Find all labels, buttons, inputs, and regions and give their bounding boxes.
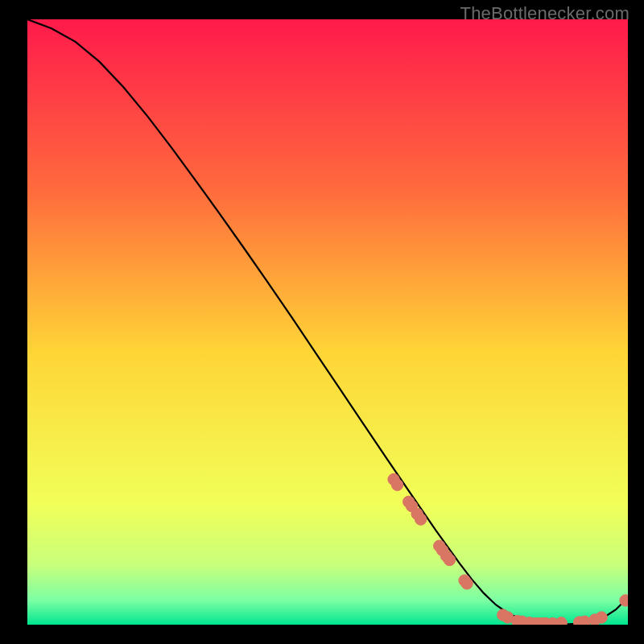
data-marker	[444, 554, 455, 565]
data-marker	[555, 617, 567, 625]
chart-svg	[27, 19, 628, 625]
plot-area	[27, 19, 628, 625]
chart-stage: TheBottlenecker.com	[0, 0, 644, 644]
data-marker	[620, 595, 628, 606]
data-marker	[461, 578, 473, 589]
data-marker	[596, 612, 607, 623]
watermark-text: TheBottlenecker.com	[460, 3, 630, 24]
data-marker	[391, 479, 402, 490]
gradient-background	[27, 19, 628, 625]
data-marker	[415, 514, 426, 525]
